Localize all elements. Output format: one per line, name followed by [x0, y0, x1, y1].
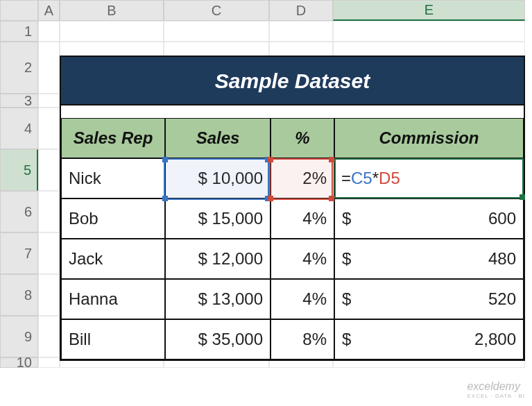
formula-eq: = [341, 169, 351, 188]
cell-sales[interactable]: $ 12,000 [165, 239, 271, 279]
cell[interactable] [38, 21, 60, 42]
cell-comm[interactable]: $600 [334, 198, 524, 239]
cell-sales[interactable]: $ 35,000 [165, 319, 271, 360]
currency-symbol: $ [342, 249, 351, 269]
cell[interactable] [38, 274, 60, 316]
dataset-title: Sample Dataset [61, 57, 524, 105]
cell-pct[interactable]: 4% [271, 198, 334, 239]
cell-pct[interactable]: 8% [271, 319, 334, 360]
cell[interactable] [38, 42, 60, 94]
row-header-2[interactable]: 2 [0, 42, 38, 94]
cell[interactable] [38, 232, 60, 274]
header-pct[interactable]: % [271, 118, 334, 158]
cell[interactable] [333, 21, 525, 42]
col-header-a[interactable]: A [38, 0, 60, 21]
watermark-brand: exceldemy [467, 380, 520, 392]
cell[interactable] [38, 94, 60, 108]
formula-ref-c5: C5 [351, 169, 372, 188]
cell-rep[interactable]: Jack [61, 239, 165, 279]
cell[interactable] [164, 21, 269, 42]
cell-formula-e5[interactable]: =C5*D5 [334, 158, 524, 198]
cell-pct[interactable]: 2% [271, 158, 334, 198]
row-header-10[interactable]: 10 [0, 357, 38, 368]
cell-rep[interactable]: Bob [61, 198, 165, 239]
comm-value: 480 [351, 249, 516, 269]
row-header-7[interactable]: 7 [0, 232, 38, 274]
formula-op: * [372, 169, 379, 188]
data-region: Sample Dataset Sales Rep Sales % Commiss… [60, 56, 525, 361]
col-header-e[interactable]: E [333, 0, 525, 21]
comm-value: 520 [351, 289, 516, 309]
header-sales[interactable]: Sales [165, 118, 271, 158]
row-header-9[interactable]: 9 [0, 316, 38, 357]
cell[interactable] [269, 21, 333, 42]
cell[interactable] [38, 108, 60, 149]
col-header-d[interactable]: D [269, 0, 333, 21]
cell[interactable] [38, 316, 60, 357]
header-comm[interactable]: Commission [334, 118, 524, 158]
comm-value: 600 [351, 209, 516, 228]
formula-ref-d5: D5 [379, 169, 400, 188]
cell-comm[interactable]: $520 [334, 279, 524, 319]
watermark: exceldemy EXCEL · DATA · BI [467, 380, 525, 399]
cell-pct[interactable]: 4% [271, 239, 334, 279]
watermark-tag: EXCEL · DATA · BI [467, 393, 525, 399]
header-rep[interactable]: Sales Rep [61, 118, 165, 158]
cell-comm[interactable]: $480 [334, 239, 524, 279]
row-header-1[interactable]: 1 [0, 21, 38, 42]
comm-value: 2,800 [351, 330, 516, 349]
cell-rep[interactable]: Nick [61, 158, 165, 198]
cell[interactable] [38, 357, 60, 368]
cell-sales[interactable]: $ 13,000 [165, 279, 271, 319]
cell[interactable] [60, 21, 164, 42]
col-header-c[interactable]: C [164, 0, 269, 21]
cell-rep[interactable]: Bill [61, 319, 165, 360]
row-header-5[interactable]: 5 [0, 149, 38, 191]
currency-symbol: $ [342, 289, 351, 309]
cell[interactable] [38, 191, 60, 232]
currency-symbol: $ [342, 330, 351, 349]
col-header-b[interactable]: B [60, 0, 164, 21]
select-all-corner[interactable] [0, 0, 38, 21]
cell-sales[interactable]: $ 15,000 [165, 198, 271, 239]
cell-pct[interactable]: 4% [271, 279, 334, 319]
cell-rep[interactable]: Hanna [61, 279, 165, 319]
row-header-6[interactable]: 6 [0, 191, 38, 232]
cell[interactable] [38, 149, 60, 191]
cell-comm[interactable]: $2,800 [334, 319, 524, 360]
row-header-3[interactable]: 3 [0, 94, 38, 108]
row-header-4[interactable]: 4 [0, 108, 38, 149]
row-header-8[interactable]: 8 [0, 274, 38, 316]
currency-symbol: $ [342, 209, 351, 228]
cell-sales[interactable]: $ 10,000 [165, 158, 271, 198]
data-table: Sales Rep Sales % Commission Nick $ 10,0… [61, 118, 524, 360]
